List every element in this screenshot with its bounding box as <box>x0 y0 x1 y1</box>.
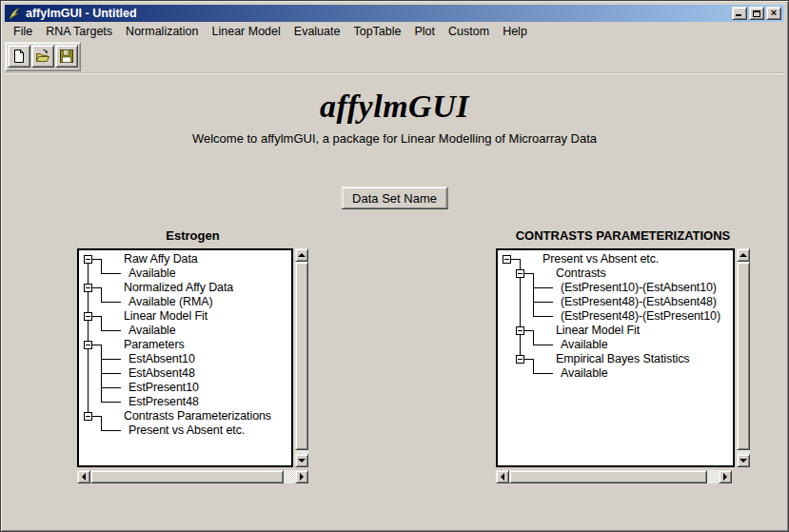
tree-row: Linear Model Fit <box>498 324 733 338</box>
close-button[interactable]: × <box>766 7 781 20</box>
tree-row: (EstPresent10)-(EstAbsent10) <box>498 281 733 295</box>
tree-node-label[interactable]: EstAbsent48 <box>128 366 195 381</box>
right-tree-frame: Present vs Absent etc.Contrasts(EstPrese… <box>496 248 750 484</box>
tree-expand-box[interactable] <box>84 341 92 349</box>
tree-line <box>533 302 553 303</box>
open-file-button[interactable] <box>31 45 54 68</box>
tree-expand-box[interactable] <box>84 284 92 292</box>
scrollbar-thumb[interactable] <box>737 262 750 450</box>
minus-icon <box>86 345 90 345</box>
scrollbar-thumb[interactable] <box>509 470 707 483</box>
scroll-left-button[interactable] <box>496 470 509 483</box>
tree-node-label[interactable]: Available <box>561 338 608 352</box>
tree-line <box>101 273 121 274</box>
tree-line <box>88 366 89 381</box>
tree-node-label[interactable]: Present vs Absent etc. <box>542 252 659 266</box>
dataset-name-button[interactable]: Data Set Name <box>341 187 448 209</box>
scrollbar-track[interactable] <box>737 262 750 454</box>
scrollbar-track[interactable] <box>509 470 719 483</box>
tree-line <box>520 281 521 295</box>
tree-expand-box[interactable] <box>516 326 524 335</box>
tree-node-label[interactable]: Linear Model Fit <box>556 324 640 338</box>
tree-expand-box[interactable] <box>516 269 524 278</box>
tree-node-label[interactable]: Parameters <box>124 338 185 352</box>
tree-line <box>88 395 89 409</box>
tree-line <box>91 316 101 317</box>
minimize-button[interactable] <box>732 7 747 20</box>
scrollbar-track[interactable] <box>295 262 308 454</box>
tree-node-label[interactable]: Linear Model Fit <box>124 309 207 324</box>
scroll-right-button[interactable] <box>719 470 732 483</box>
right-tree-view[interactable]: Present vs Absent etc.Contrasts(EstPrese… <box>496 248 735 467</box>
tree-line <box>533 330 534 338</box>
tree-node-label[interactable]: Available <box>561 366 608 381</box>
tree-node-label[interactable]: (EstPresent48)-(EstPresent10) <box>561 309 720 324</box>
tree-node-label[interactable]: Available <box>128 324 176 338</box>
scroll-down-button[interactable] <box>295 454 308 467</box>
left-vertical-scrollbar[interactable] <box>295 248 308 467</box>
tree-row: Raw Affy Data <box>79 252 291 266</box>
menu-item-custom[interactable]: Custom <box>442 23 496 40</box>
tree-node-label[interactable]: (EstPresent10)-(EstAbsent10) <box>561 281 717 295</box>
tree-node-label[interactable]: Present vs Absent etc. <box>128 424 245 438</box>
right-tree-panel: CONTRASTS PARAMETERIZATIONS Present vs A… <box>496 227 750 484</box>
arrow-up-icon <box>298 253 306 257</box>
menu-item-linear-model[interactable]: Linear Model <box>206 23 287 40</box>
tree-node-label[interactable]: Contrasts Parameterizations <box>124 409 271 424</box>
tree-node-label[interactable]: Available (RMA) <box>128 295 213 309</box>
scroll-left-button[interactable] <box>77 470 90 483</box>
minus-icon <box>86 316 90 317</box>
menu-item-file[interactable]: File <box>7 23 39 40</box>
tree-line <box>533 316 553 317</box>
scroll-down-button[interactable] <box>737 454 750 467</box>
arrow-left-icon <box>82 473 86 481</box>
tree-row: (EstPresent48)-(EstAbsent48) <box>498 295 733 309</box>
tree-line <box>101 302 121 303</box>
scrollbar-track[interactable] <box>90 470 295 483</box>
save-file-button[interactable] <box>55 45 78 68</box>
left-tree-view[interactable]: Raw Affy DataAvailableNormalized Affy Da… <box>77 248 293 467</box>
scroll-up-button[interactable] <box>737 248 750 262</box>
menu-item-plot[interactable]: Plot <box>408 23 443 40</box>
close-icon: × <box>771 8 777 18</box>
menu-item-rna-targets[interactable]: RNA Targets <box>39 23 119 40</box>
menu-item-normalization[interactable]: Normalization <box>119 23 205 40</box>
tree-line <box>520 309 521 324</box>
tree-node-label[interactable]: EstPresent10 <box>128 381 199 395</box>
tree-node-label[interactable]: (EstPresent48)-(EstAbsent48) <box>561 295 717 309</box>
tree-node-label[interactable]: Empirical Bayes Statistics <box>556 352 690 366</box>
tree-expand-box[interactable] <box>84 312 92 321</box>
new-file-button[interactable] <box>8 45 30 68</box>
tree-line <box>91 345 101 345</box>
tree-node-label[interactable]: Raw Affy Data <box>124 252 198 266</box>
scroll-up-button[interactable] <box>295 248 308 262</box>
tree-node-label[interactable]: EstPresent48 <box>128 395 199 409</box>
maximize-button[interactable] <box>749 7 764 20</box>
title-bar[interactable]: affylmGUI - Untitled × <box>5 5 784 22</box>
tree-expand-box[interactable] <box>503 255 511 264</box>
window-title: affylmGUI - Untitled <box>26 7 732 20</box>
tree-line <box>523 330 533 331</box>
tree-expand-box[interactable] <box>516 355 524 364</box>
tree-line <box>510 259 520 260</box>
tree-line <box>101 416 102 424</box>
menu-item-evaluate[interactable]: Evaluate <box>287 23 347 40</box>
tree-line <box>88 266 89 281</box>
tree-node-label[interactable]: Available <box>128 266 176 281</box>
tree-node-label[interactable]: Contrasts <box>556 266 606 281</box>
right-vertical-scrollbar[interactable] <box>737 248 750 467</box>
tree-node-label[interactable]: EstAbsent10 <box>128 352 195 366</box>
tree-row: (EstPresent48)-(EstPresent10) <box>498 309 733 324</box>
left-horizontal-scrollbar[interactable] <box>77 470 308 483</box>
scrollbar-thumb[interactable] <box>295 262 308 450</box>
scroll-right-button[interactable] <box>295 470 308 483</box>
menu-item-help[interactable]: Help <box>496 23 534 40</box>
tree-expand-box[interactable] <box>84 255 92 264</box>
tree-line <box>520 259 521 266</box>
tree-expand-box[interactable] <box>84 412 92 421</box>
scrollbar-thumb[interactable] <box>90 470 284 483</box>
tree-node-label[interactable]: Normalized Affy Data <box>124 281 233 295</box>
menu-item-toptable[interactable]: TopTable <box>346 23 407 40</box>
tree-line <box>520 295 521 309</box>
right-horizontal-scrollbar[interactable] <box>496 470 732 483</box>
